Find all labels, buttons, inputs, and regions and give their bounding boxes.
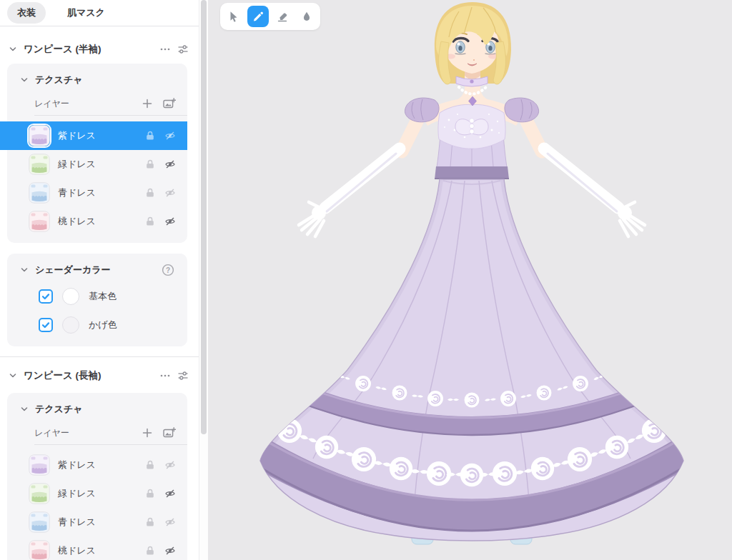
brush-tool-button[interactable] <box>247 6 269 27</box>
visibility-off-icon[interactable] <box>164 187 176 199</box>
layer-thumbnail-green <box>29 154 50 175</box>
texture-label: テクスチャ <box>35 74 83 86</box>
lock-icon[interactable] <box>144 159 156 170</box>
eraser-icon <box>276 10 289 24</box>
add-layer-icon[interactable] <box>142 98 153 109</box>
layer-row-blue[interactable]: 青ドレス <box>7 179 187 207</box>
layer-row-pink[interactable]: 桃ドレス <box>7 536 187 560</box>
import-image-icon[interactable] <box>163 426 176 439</box>
eraser-tool-button[interactable] <box>272 6 293 27</box>
layer-thumbnail-purple <box>29 454 50 476</box>
layer-row-green[interactable]: 緑ドレス <box>7 479 187 508</box>
character-model <box>207 0 732 560</box>
layer-row-purple[interactable]: 紫ドレス <box>0 121 187 150</box>
layer-name: 紫ドレス <box>58 459 137 471</box>
chevron-down-icon <box>9 371 17 380</box>
lock-icon[interactable] <box>144 488 156 499</box>
lock-icon[interactable] <box>144 187 156 199</box>
divider <box>0 356 199 357</box>
cursor-icon <box>227 10 240 24</box>
shader-color-card: シェーダーカラー 基本色 かげ色 <box>7 254 187 346</box>
import-image-icon[interactable] <box>163 97 176 110</box>
base-color-label: 基本色 <box>89 290 117 303</box>
app-window: 衣装 肌マスク ワンピース (半袖) テクスチャ レイヤー <box>0 0 732 560</box>
layer-row-purple[interactable]: 紫ドレス <box>7 451 187 479</box>
shader-color-header[interactable]: シェーダーカラー <box>7 258 187 282</box>
texture-subheader[interactable]: テクスチャ <box>7 397 187 421</box>
chevron-down-icon <box>9 45 17 54</box>
lock-icon[interactable] <box>144 545 156 556</box>
layers-label: レイヤー <box>34 427 69 439</box>
base-color-row: 基本色 <box>7 282 187 311</box>
settings-sliders-icon[interactable] <box>177 370 189 381</box>
chevron-down-icon <box>20 266 29 274</box>
visibility-off-icon[interactable] <box>164 545 176 556</box>
layer-row-pink[interactable]: 桃ドレス <box>7 207 187 236</box>
base-color-swatch[interactable] <box>62 288 79 305</box>
chevron-down-icon <box>20 76 29 84</box>
divider <box>34 115 187 116</box>
layers-label: レイヤー <box>34 98 69 110</box>
visibility-off-icon[interactable] <box>164 516 176 528</box>
layer-thumbnail-blue <box>29 511 50 533</box>
section-title: ワンピース (半袖) <box>24 43 102 56</box>
visibility-off-icon[interactable] <box>164 130 176 141</box>
texture-card-short: テクスチャ レイヤー 紫ドレス 緑ドレス 青ドレス <box>7 64 187 243</box>
layer-thumbnail-green <box>29 483 50 504</box>
tab-bar: 衣装 肌マスク <box>0 0 199 26</box>
check-icon <box>41 321 50 329</box>
layer-row-green[interactable]: 緑ドレス <box>7 150 187 179</box>
section-title: ワンピース (長袖) <box>24 369 102 382</box>
select-tool-button[interactable] <box>223 6 244 27</box>
visibility-off-icon[interactable] <box>164 159 176 170</box>
visibility-off-icon[interactable] <box>164 488 176 499</box>
layer-name: 桃ドレス <box>58 215 137 228</box>
layer-thumbnail-purple <box>29 125 50 146</box>
paint-toolbar <box>220 3 320 30</box>
shade-color-label: かげ色 <box>89 319 117 331</box>
section-header-onepiece-short[interactable]: ワンピース (半袖) <box>0 35 199 64</box>
layer-name: 緑ドレス <box>58 158 137 171</box>
layers-header: レイヤー <box>7 421 187 444</box>
shade-color-checkbox[interactable] <box>39 318 53 332</box>
layers-header: レイヤー <box>7 92 187 115</box>
texture-subheader[interactable]: テクスチャ <box>7 68 187 92</box>
visibility-off-icon[interactable] <box>164 216 176 227</box>
layer-thumbnail-pink <box>29 211 50 232</box>
layer-thumbnail-blue <box>29 182 50 204</box>
blur-tool-button[interactable] <box>296 6 317 27</box>
layer-name: 緑ドレス <box>58 487 137 500</box>
chevron-down-icon <box>20 405 29 414</box>
base-color-checkbox[interactable] <box>39 289 53 304</box>
tab-clothing[interactable]: 衣装 <box>7 2 46 24</box>
viewport-3d[interactable] <box>207 0 732 560</box>
panel-scrollbar <box>199 0 208 560</box>
shade-color-swatch[interactable] <box>62 316 79 334</box>
layer-name: 青ドレス <box>58 516 137 529</box>
visibility-off-icon[interactable] <box>164 459 176 471</box>
lock-icon[interactable] <box>144 130 156 141</box>
divider <box>34 444 187 445</box>
tab-skin-mask[interactable]: 肌マスク <box>57 2 115 24</box>
layer-name: 青ドレス <box>58 186 137 199</box>
left-panel: 衣装 肌マスク ワンピース (半袖) テクスチャ レイヤー <box>0 0 199 560</box>
help-icon[interactable] <box>162 264 174 276</box>
pencil-icon <box>252 10 264 24</box>
shader-color-title: シェーダーカラー <box>35 264 111 276</box>
check-icon <box>41 292 50 301</box>
settings-sliders-icon[interactable] <box>177 44 189 55</box>
lock-icon[interactable] <box>144 516 156 528</box>
layer-name: 紫ドレス <box>58 129 137 142</box>
texture-card-long: テクスチャ レイヤー 紫ドレス 緑ドレス 青ドレス <box>7 393 187 560</box>
section-header-onepiece-long[interactable]: ワンピース (長袖) <box>0 361 199 390</box>
lock-icon[interactable] <box>144 459 156 471</box>
add-layer-icon[interactable] <box>142 427 153 439</box>
more-options-icon[interactable] <box>159 370 171 381</box>
layer-thumbnail-pink <box>29 540 50 560</box>
lock-icon[interactable] <box>144 216 156 227</box>
scrollbar-thumb[interactable] <box>201 0 207 434</box>
layer-row-blue[interactable]: 青ドレス <box>7 508 187 536</box>
droplet-icon <box>300 10 313 24</box>
layer-name: 桃ドレス <box>58 544 137 557</box>
more-options-icon[interactable] <box>159 44 171 55</box>
